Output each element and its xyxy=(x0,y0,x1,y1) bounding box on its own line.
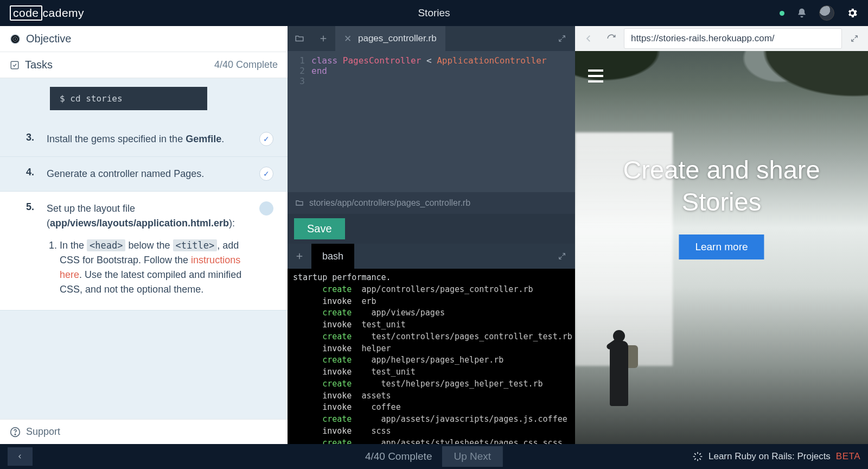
task-text: Generate a controller named Pages. xyxy=(47,167,251,181)
terminal-tab-label: bash xyxy=(322,251,343,262)
save-row: Save xyxy=(288,214,575,244)
task-check-icon[interactable]: ✓ xyxy=(259,132,273,146)
task-item[interactable]: 5. Set up the layout file (app/views/lay… xyxy=(0,192,288,310)
task-item[interactable]: 4. Generate a controller named Pages. ✓ xyxy=(0,157,288,192)
tasks-list[interactable]: $ cd stories 3. Install the gems specifi… xyxy=(0,78,288,419)
preview-panel: https://stories-rails.herokuapp.com/ Cre… xyxy=(575,26,868,444)
terminal-tab-bar: bash xyxy=(288,244,575,269)
up-next-button[interactable]: Up Next xyxy=(442,446,503,467)
save-button[interactable]: Save xyxy=(294,218,345,239)
code-sample-area: $ cd stories xyxy=(0,78,288,122)
brand-logo[interactable]: codecademy xyxy=(10,5,84,21)
preview-frame[interactable]: Create and shareStories Learn more xyxy=(575,51,868,444)
code-editor[interactable]: 1class PagesController < ApplicationCont… xyxy=(288,51,575,192)
url-bar[interactable]: https://stories-rails.herokuapp.com/ xyxy=(624,28,842,49)
scene-person xyxy=(595,308,643,406)
task-check-icon[interactable] xyxy=(259,201,273,216)
close-icon[interactable]: ✕ xyxy=(344,33,352,45)
help-icon xyxy=(10,427,21,438)
plus-icon xyxy=(295,251,304,261)
url-text: https://stories-rails.herokuapp.com/ xyxy=(631,33,775,44)
target-icon xyxy=(10,34,21,45)
svg-point-2 xyxy=(15,39,16,40)
chevron-left-icon xyxy=(584,34,593,43)
instructions-panel: Objective Tasks 4/40 Complete $ cd stori… xyxy=(0,26,288,444)
file-tree-button[interactable] xyxy=(288,26,311,51)
browser-refresh-button[interactable] xyxy=(601,28,622,49)
checkbox-icon xyxy=(10,60,20,70)
nav-back-button[interactable] xyxy=(8,447,33,466)
svg-point-5 xyxy=(15,434,16,435)
refresh-icon xyxy=(607,34,616,43)
svg-rect-3 xyxy=(11,61,18,69)
avatar[interactable] xyxy=(819,5,834,21)
beta-badge: BETA xyxy=(836,451,860,462)
task-text: Set up the layout file (app/views/layout… xyxy=(47,201,251,300)
footer-right: Learn Ruby on Rails: Projects BETA xyxy=(692,451,860,462)
brand-box: code xyxy=(10,5,42,21)
expand-terminal-button[interactable] xyxy=(549,252,575,261)
task-number: 3. xyxy=(26,132,38,143)
task-item[interactable]: 3. Install the gems specified in the Gem… xyxy=(0,122,288,157)
objective-label: Objective xyxy=(26,33,71,45)
browser-back-button[interactable] xyxy=(578,28,599,49)
task-number: 4. xyxy=(26,167,38,178)
terminal-tab[interactable]: bash xyxy=(311,244,354,269)
learn-more-button[interactable]: Learn more xyxy=(679,234,764,259)
app-header: codecademy Stories xyxy=(0,0,868,26)
editor-tab-label: pages_controller.rb xyxy=(358,33,437,44)
footer: 4/40 Complete Up Next Learn Ruby on Rail… xyxy=(0,444,868,469)
tasks-header[interactable]: Tasks 4/40 Complete xyxy=(0,52,288,78)
course-name[interactable]: Learn Ruby on Rails: Projects xyxy=(709,451,831,462)
support-label: Support xyxy=(26,426,60,438)
expand-icon xyxy=(850,34,859,43)
code-panel: ✕ pages_controller.rb 1class PagesContro… xyxy=(288,26,575,444)
expand-preview-button[interactable] xyxy=(844,28,865,49)
footer-center: 4/40 Complete Up Next xyxy=(365,446,503,467)
task-check-icon[interactable]: ✓ xyxy=(259,167,273,181)
hamburger-menu-icon[interactable] xyxy=(588,69,603,83)
folder-icon xyxy=(295,34,304,43)
new-terminal-button[interactable] xyxy=(288,244,311,269)
task-text: Install the gems specified in the Gemfil… xyxy=(47,132,251,147)
expand-editor-button[interactable] xyxy=(549,34,575,43)
expand-icon xyxy=(558,34,566,43)
notifications-icon[interactable] xyxy=(796,8,807,18)
file-path-bar: stories/app/controllers/pages_controller… xyxy=(288,192,575,214)
footer-progress: 4/40 Complete xyxy=(365,451,432,462)
objective-header[interactable]: Objective xyxy=(0,26,288,52)
page-title: Stories xyxy=(418,7,450,19)
header-actions xyxy=(780,5,858,21)
chevron-left-icon xyxy=(17,452,23,461)
expand-icon xyxy=(558,252,566,261)
sparkle-icon xyxy=(692,451,703,462)
new-tab-button[interactable] xyxy=(311,26,335,51)
folder-icon xyxy=(295,199,304,207)
editor-tab[interactable]: ✕ pages_controller.rb xyxy=(335,26,445,51)
connection-status-icon xyxy=(780,11,784,16)
editor-tab-bar: ✕ pages_controller.rb xyxy=(288,26,575,51)
tasks-label: Tasks xyxy=(25,59,53,71)
file-path: stories/app/controllers/pages_controller… xyxy=(309,198,470,208)
plus-icon xyxy=(318,34,328,43)
settings-icon[interactable] xyxy=(846,7,858,19)
support-button[interactable]: Support xyxy=(0,419,288,444)
terminal[interactable]: startup performance. create app/controll… xyxy=(288,269,575,444)
tasks-progress: 4/40 Complete xyxy=(214,59,278,71)
browser-bar: https://stories-rails.herokuapp.com/ xyxy=(575,26,868,51)
main-layout: Objective Tasks 4/40 Complete $ cd stori… xyxy=(0,26,868,444)
hero-text: Create and shareStories xyxy=(575,154,868,218)
code-sample: $ cd stories xyxy=(50,87,207,110)
task-number: 5. xyxy=(26,201,38,213)
brand-rest: cademy xyxy=(43,7,85,20)
